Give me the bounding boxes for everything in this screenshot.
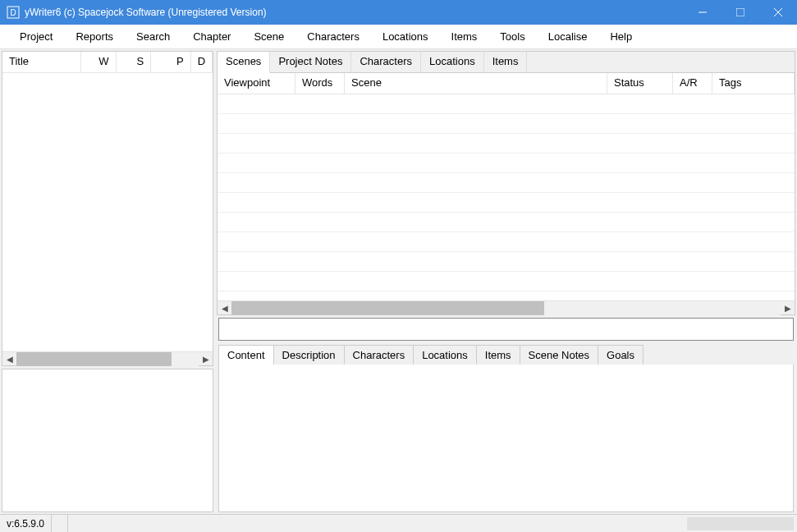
table-row[interactable] [218, 114, 795, 134]
scroll-left-icon[interactable]: ◀ [218, 301, 231, 315]
version-label: v:6.5.9.0 [0, 515, 52, 532]
menu-scene[interactable]: Scene [242, 27, 295, 46]
minimize-button[interactable] [684, 0, 721, 25]
tab-locations2[interactable]: Locations [413, 345, 477, 365]
maximize-button[interactable] [721, 0, 759, 25]
right-panel: Scenes Project Notes Characters Location… [217, 51, 795, 512]
col-status[interactable]: Status [607, 73, 673, 94]
col-words[interactable]: Words [295, 73, 345, 94]
titlebar-text: yWriter6 (c) Spacejock Software (Unregis… [25, 7, 684, 18]
menu-tools[interactable]: Tools [488, 27, 536, 46]
table-row[interactable] [218, 134, 795, 154]
tab-items[interactable]: Items [484, 52, 528, 72]
chapter-detail-panel[interactable] [2, 369, 213, 512]
scroll-thumb[interactable] [16, 352, 172, 366]
menu-characters[interactable]: Characters [295, 27, 371, 46]
menu-locations[interactable]: Locations [371, 27, 440, 46]
col-ar[interactable]: A/R [673, 73, 712, 94]
scroll-right-icon[interactable]: ▶ [199, 352, 213, 366]
tab-goals[interactable]: Goals [598, 345, 644, 365]
col-s[interactable]: S [117, 52, 152, 72]
table-row[interactable] [218, 213, 795, 232]
tab-description[interactable]: Description [273, 345, 345, 365]
menubar: Project Reports Search Chapter Scene Cha… [0, 25, 797, 49]
scene-grid[interactable]: Viewpoint Words Scene Status A/R Tags [218, 73, 795, 314]
table-row[interactable] [218, 193, 795, 213]
col-scene[interactable]: Scene [345, 73, 607, 94]
col-p[interactable]: P [151, 52, 190, 72]
table-row[interactable] [218, 94, 795, 114]
table-row[interactable] [218, 252, 795, 272]
left-panel: Title W S P D ◀ ▶ [2, 51, 213, 512]
scene-scrollbar[interactable]: ◀ ▶ [218, 300, 795, 314]
tab-locations[interactable]: Locations [421, 52, 484, 72]
table-row[interactable] [218, 232, 795, 252]
chapter-scrollbar[interactable]: ◀ ▶ [2, 351, 213, 365]
tab-scene-notes[interactable]: Scene Notes [520, 345, 598, 365]
tab-content[interactable]: Content [218, 345, 274, 365]
scene-rows[interactable] [218, 94, 795, 300]
col-d[interactable]: D [191, 52, 213, 72]
chapter-headers: Title W S P D [2, 52, 213, 73]
lower-tabbox: Content Description Characters Locations… [218, 343, 794, 512]
scene-title-input[interactable] [218, 318, 794, 341]
table-row[interactable] [218, 173, 795, 193]
upper-tabstrip: Scenes Project Notes Characters Location… [218, 52, 795, 73]
tab-items2[interactable]: Items [476, 345, 520, 365]
close-button[interactable] [759, 0, 797, 25]
titlebar: D yWriter6 (c) Spacejock Software (Unreg… [0, 0, 797, 25]
menu-help[interactable]: Help [598, 27, 644, 46]
statusbar: v:6.5.9.0 [0, 514, 797, 532]
col-viewpoint[interactable]: Viewpoint [218, 73, 295, 94]
scene-headers: Viewpoint Words Scene Status A/R Tags [218, 73, 795, 94]
scroll-track[interactable] [231, 301, 781, 315]
menu-items[interactable]: Items [440, 27, 489, 46]
tab-characters[interactable]: Characters [351, 52, 421, 72]
menu-chapter[interactable]: Chapter [181, 27, 242, 46]
app-icon: D [7, 6, 20, 19]
svg-text:D: D [10, 8, 16, 17]
upper-tabbox: Scenes Project Notes Characters Location… [217, 51, 795, 315]
menu-localise[interactable]: Localise [537, 27, 599, 46]
content-editor[interactable] [218, 365, 794, 512]
menu-search[interactable]: Search [125, 27, 181, 46]
menu-reports[interactable]: Reports [64, 27, 125, 46]
tab-scenes[interactable]: Scenes [218, 52, 270, 73]
col-w[interactable]: W [81, 52, 117, 72]
table-row[interactable] [218, 154, 795, 173]
status-cell [52, 515, 68, 532]
chapter-list[interactable]: Title W S P D ◀ ▶ [2, 51, 213, 366]
tab-project-notes[interactable]: Project Notes [270, 52, 351, 72]
tab-characters2[interactable]: Characters [344, 345, 415, 365]
client-area: Title W S P D ◀ ▶ Scenes Project Notes C… [0, 49, 797, 514]
lower-tabstrip: Content Description Characters Locations… [218, 343, 794, 365]
svg-rect-3 [736, 8, 744, 16]
scroll-left-icon[interactable]: ◀ [2, 352, 16, 366]
menu-project[interactable]: Project [8, 27, 64, 46]
scroll-track[interactable] [16, 352, 199, 366]
col-tags[interactable]: Tags [712, 73, 795, 94]
table-row[interactable] [218, 272, 795, 291]
progress-bar [687, 517, 794, 530]
chapter-rows[interactable] [2, 73, 213, 351]
scroll-thumb[interactable] [231, 301, 544, 315]
col-title[interactable]: Title [2, 52, 81, 72]
scroll-right-icon[interactable]: ▶ [781, 301, 795, 315]
